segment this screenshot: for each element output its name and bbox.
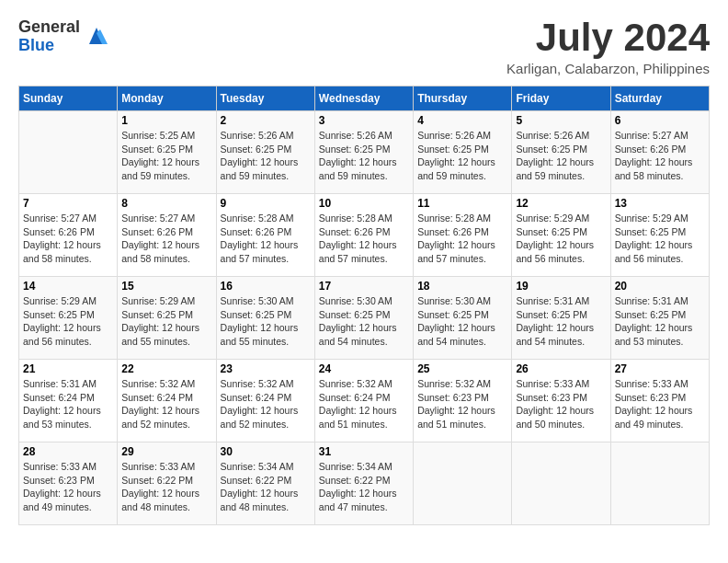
- day-number: 4: [417, 114, 507, 127]
- calendar-cell: [19, 111, 118, 194]
- calendar-cell: 10Sunrise: 5:28 AM Sunset: 6:26 PM Dayli…: [314, 194, 413, 277]
- day-number: 21: [23, 362, 113, 375]
- day-info: Sunrise: 5:25 AM Sunset: 6:25 PM Dayligh…: [121, 129, 211, 183]
- day-number: 19: [516, 280, 606, 293]
- calendar-cell: 4Sunrise: 5:26 AM Sunset: 6:25 PM Daylig…: [414, 111, 512, 194]
- day-number: 27: [615, 362, 705, 375]
- calendar-cell: 21Sunrise: 5:31 AM Sunset: 6:24 PM Dayli…: [19, 360, 118, 442]
- calendar-cell: 27Sunrise: 5:33 AM Sunset: 6:23 PM Dayli…: [610, 360, 709, 442]
- calendar-cell: 22Sunrise: 5:32 AM Sunset: 6:24 PM Dayli…: [118, 360, 216, 442]
- day-info: Sunrise: 5:34 AM Sunset: 6:22 PM Dayligh…: [221, 460, 311, 514]
- day-number: 12: [516, 197, 606, 210]
- page-header: General Blue July 2024 Karligan, Calabar…: [18, 18, 710, 76]
- day-info: Sunrise: 5:32 AM Sunset: 6:23 PM Dayligh…: [417, 377, 507, 431]
- calendar-week-3: 14Sunrise: 5:29 AM Sunset: 6:25 PM Dayli…: [19, 277, 710, 360]
- day-info: Sunrise: 5:32 AM Sunset: 6:24 PM Dayligh…: [221, 377, 311, 431]
- day-number: 30: [221, 445, 311, 458]
- day-info: Sunrise: 5:26 AM Sunset: 6:25 PM Dayligh…: [221, 129, 311, 183]
- logo: General Blue: [18, 18, 109, 55]
- day-number: 9: [221, 197, 311, 210]
- day-number: 10: [319, 197, 409, 210]
- day-number: 28: [23, 445, 113, 458]
- calendar-cell: [414, 442, 512, 525]
- weekday-header-friday: Friday: [512, 86, 610, 111]
- day-number: 16: [221, 280, 311, 293]
- day-info: Sunrise: 5:33 AM Sunset: 6:23 PM Dayligh…: [23, 460, 113, 514]
- calendar-week-5: 28Sunrise: 5:33 AM Sunset: 6:23 PM Dayli…: [19, 442, 710, 525]
- day-info: Sunrise: 5:26 AM Sunset: 6:25 PM Dayligh…: [516, 129, 606, 183]
- day-number: 3: [319, 114, 409, 127]
- day-number: 13: [615, 197, 705, 210]
- calendar-cell: 8Sunrise: 5:27 AM Sunset: 6:26 PM Daylig…: [118, 194, 216, 277]
- day-number: 26: [516, 362, 606, 375]
- calendar-table: SundayMondayTuesdayWednesdayThursdayFrid…: [18, 86, 710, 525]
- calendar-cell: 7Sunrise: 5:27 AM Sunset: 6:26 PM Daylig…: [19, 194, 118, 277]
- day-number: 2: [221, 114, 311, 127]
- calendar-cell: 30Sunrise: 5:34 AM Sunset: 6:22 PM Dayli…: [216, 442, 314, 525]
- day-info: Sunrise: 5:32 AM Sunset: 6:24 PM Dayligh…: [319, 377, 409, 431]
- day-number: 1: [121, 114, 211, 127]
- day-number: 7: [23, 197, 113, 210]
- weekday-header-monday: Monday: [118, 86, 216, 111]
- calendar-cell: 24Sunrise: 5:32 AM Sunset: 6:24 PM Dayli…: [314, 360, 413, 442]
- calendar-cell: [512, 442, 610, 525]
- day-number: 8: [121, 197, 211, 210]
- calendar-cell: 31Sunrise: 5:34 AM Sunset: 6:22 PM Dayli…: [314, 442, 413, 525]
- calendar-cell: 3Sunrise: 5:26 AM Sunset: 6:25 PM Daylig…: [314, 111, 413, 194]
- day-number: 18: [417, 280, 507, 293]
- weekday-header-wednesday: Wednesday: [314, 86, 413, 111]
- calendar-cell: 23Sunrise: 5:32 AM Sunset: 6:24 PM Dayli…: [216, 360, 314, 442]
- calendar-week-4: 21Sunrise: 5:31 AM Sunset: 6:24 PM Dayli…: [19, 360, 710, 442]
- weekday-header-sunday: Sunday: [19, 86, 118, 111]
- weekday-header-tuesday: Tuesday: [216, 86, 314, 111]
- day-info: Sunrise: 5:31 AM Sunset: 6:24 PM Dayligh…: [23, 377, 113, 431]
- day-info: Sunrise: 5:28 AM Sunset: 6:26 PM Dayligh…: [221, 212, 311, 266]
- day-info: Sunrise: 5:31 AM Sunset: 6:25 PM Dayligh…: [516, 294, 606, 349]
- day-info: Sunrise: 5:33 AM Sunset: 6:23 PM Dayligh…: [615, 377, 705, 431]
- location: Karligan, Calabarzon, Philippines: [506, 61, 710, 76]
- logo-general-text: General: [18, 18, 80, 37]
- calendar-cell: 13Sunrise: 5:29 AM Sunset: 6:25 PM Dayli…: [610, 194, 709, 277]
- day-info: Sunrise: 5:29 AM Sunset: 6:25 PM Dayligh…: [121, 294, 211, 349]
- day-info: Sunrise: 5:30 AM Sunset: 6:25 PM Dayligh…: [417, 294, 507, 349]
- month-title: July 2024: [506, 18, 710, 57]
- logo-icon: [84, 24, 109, 50]
- day-number: 31: [319, 445, 409, 458]
- day-info: Sunrise: 5:27 AM Sunset: 6:26 PM Dayligh…: [121, 212, 211, 266]
- day-info: Sunrise: 5:26 AM Sunset: 6:25 PM Dayligh…: [417, 129, 507, 183]
- calendar-cell: 19Sunrise: 5:31 AM Sunset: 6:25 PM Dayli…: [512, 277, 610, 360]
- calendar-cell: [610, 442, 709, 525]
- day-info: Sunrise: 5:28 AM Sunset: 6:26 PM Dayligh…: [319, 212, 409, 266]
- calendar-cell: 12Sunrise: 5:29 AM Sunset: 6:25 PM Dayli…: [512, 194, 610, 277]
- day-info: Sunrise: 5:26 AM Sunset: 6:25 PM Dayligh…: [319, 129, 409, 183]
- calendar-week-1: 1Sunrise: 5:25 AM Sunset: 6:25 PM Daylig…: [19, 111, 710, 194]
- day-info: Sunrise: 5:33 AM Sunset: 6:23 PM Dayligh…: [516, 377, 606, 431]
- calendar-cell: 5Sunrise: 5:26 AM Sunset: 6:25 PM Daylig…: [512, 111, 610, 194]
- day-number: 14: [23, 280, 113, 293]
- calendar-cell: 2Sunrise: 5:26 AM Sunset: 6:25 PM Daylig…: [216, 111, 314, 194]
- calendar-cell: 1Sunrise: 5:25 AM Sunset: 6:25 PM Daylig…: [118, 111, 216, 194]
- calendar-week-2: 7Sunrise: 5:27 AM Sunset: 6:26 PM Daylig…: [19, 194, 710, 277]
- calendar-cell: 6Sunrise: 5:27 AM Sunset: 6:26 PM Daylig…: [610, 111, 709, 194]
- day-number: 6: [615, 114, 705, 127]
- calendar-cell: 18Sunrise: 5:30 AM Sunset: 6:25 PM Dayli…: [414, 277, 512, 360]
- logo-blue-text: Blue: [18, 37, 80, 55]
- day-info: Sunrise: 5:27 AM Sunset: 6:26 PM Dayligh…: [23, 212, 113, 266]
- day-info: Sunrise: 5:32 AM Sunset: 6:24 PM Dayligh…: [121, 377, 211, 431]
- calendar-cell: 29Sunrise: 5:33 AM Sunset: 6:22 PM Dayli…: [118, 442, 216, 525]
- day-info: Sunrise: 5:27 AM Sunset: 6:26 PM Dayligh…: [615, 129, 705, 183]
- calendar-cell: 9Sunrise: 5:28 AM Sunset: 6:26 PM Daylig…: [216, 194, 314, 277]
- day-info: Sunrise: 5:34 AM Sunset: 6:22 PM Dayligh…: [319, 460, 409, 514]
- day-number: 15: [121, 280, 211, 293]
- day-number: 11: [417, 197, 507, 210]
- calendar-cell: 28Sunrise: 5:33 AM Sunset: 6:23 PM Dayli…: [19, 442, 118, 525]
- calendar-cell: 17Sunrise: 5:30 AM Sunset: 6:25 PM Dayli…: [314, 277, 413, 360]
- calendar-cell: 15Sunrise: 5:29 AM Sunset: 6:25 PM Dayli…: [118, 277, 216, 360]
- day-number: 5: [516, 114, 606, 127]
- day-number: 17: [319, 280, 409, 293]
- calendar-cell: 26Sunrise: 5:33 AM Sunset: 6:23 PM Dayli…: [512, 360, 610, 442]
- day-number: 20: [615, 280, 705, 293]
- day-number: 29: [121, 445, 211, 458]
- day-info: Sunrise: 5:33 AM Sunset: 6:22 PM Dayligh…: [121, 460, 211, 514]
- calendar-cell: 11Sunrise: 5:28 AM Sunset: 6:26 PM Dayli…: [414, 194, 512, 277]
